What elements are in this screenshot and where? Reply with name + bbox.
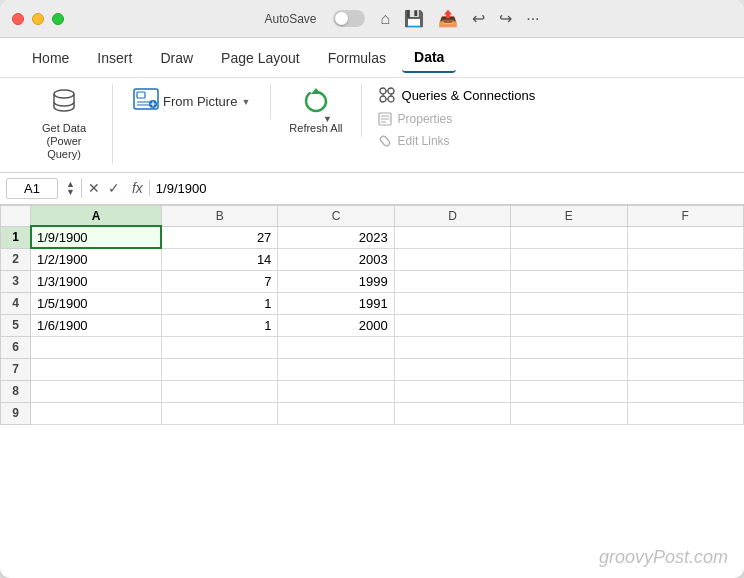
cell-E5[interactable] <box>511 314 627 336</box>
formula-controls: ✕ ✓ <box>88 180 120 196</box>
redo-icon[interactable]: ↪ <box>499 9 512 28</box>
cell-D4[interactable] <box>394 292 510 314</box>
cell-C1[interactable]: 2023 <box>278 226 394 248</box>
row-header-9[interactable]: 9 <box>1 402 31 424</box>
row-header-4[interactable]: 4 <box>1 292 31 314</box>
cell-D1[interactable] <box>394 226 510 248</box>
close-button[interactable] <box>12 13 24 25</box>
cell-C4[interactable]: 1991 <box>278 292 394 314</box>
cell-F9[interactable] <box>627 402 743 424</box>
row-header-5[interactable]: 5 <box>1 314 31 336</box>
menu-home[interactable]: Home <box>20 44 81 72</box>
cell-C7[interactable] <box>278 358 394 380</box>
excel-window: AutoSave ⌂ 💾 📤 ↩ ↪ ··· Home Insert Draw … <box>0 0 744 578</box>
cell-B8[interactable] <box>161 380 277 402</box>
cell-A1[interactable]: 1/9/1900 <box>31 226 162 248</box>
confirm-formula-icon[interactable]: ✓ <box>108 180 120 196</box>
col-header-c[interactable]: C <box>278 205 394 226</box>
col-header-d[interactable]: D <box>394 205 510 226</box>
cell-B5[interactable]: 1 <box>161 314 277 336</box>
cell-E6[interactable] <box>511 336 627 358</box>
cell-E9[interactable] <box>511 402 627 424</box>
cell-E1[interactable] <box>511 226 627 248</box>
cell-A7[interactable] <box>31 358 162 380</box>
cell-ref-arrows[interactable]: ▲▼ <box>66 180 75 196</box>
col-header-a[interactable]: A <box>31 205 162 226</box>
cell-D9[interactable] <box>394 402 510 424</box>
undo-icon[interactable]: ↩ <box>472 9 485 28</box>
home-icon[interactable]: ⌂ <box>381 10 391 28</box>
more-icon[interactable]: ··· <box>526 10 539 28</box>
row-header-6[interactable]: 6 <box>1 336 31 358</box>
cell-F2[interactable] <box>627 248 743 270</box>
from-picture-dropdown[interactable]: ▼ <box>241 97 250 107</box>
cell-C2[interactable]: 2003 <box>278 248 394 270</box>
refresh-all-button[interactable]: ▼ Refresh All <box>283 84 348 137</box>
cell-F1[interactable] <box>627 226 743 248</box>
cell-A5[interactable]: 1/6/1900 <box>31 314 162 336</box>
cell-D3[interactable] <box>394 270 510 292</box>
row-header-8[interactable]: 8 <box>1 380 31 402</box>
row-header-1[interactable]: 1 <box>1 226 31 248</box>
cell-A8[interactable] <box>31 380 162 402</box>
cell-E7[interactable] <box>511 358 627 380</box>
menu-insert[interactable]: Insert <box>85 44 144 72</box>
cell-D8[interactable] <box>394 380 510 402</box>
cell-E4[interactable] <box>511 292 627 314</box>
upload-icon[interactable]: 📤 <box>438 9 458 28</box>
cell-B3[interactable]: 7 <box>161 270 277 292</box>
cell-F3[interactable] <box>627 270 743 292</box>
autosave-toggle[interactable] <box>333 10 365 27</box>
col-header-b[interactable]: B <box>161 205 277 226</box>
menu-draw[interactable]: Draw <box>148 44 205 72</box>
cell-B7[interactable] <box>161 358 277 380</box>
cell-B2[interactable]: 14 <box>161 248 277 270</box>
cell-A9[interactable] <box>31 402 162 424</box>
cell-F5[interactable] <box>627 314 743 336</box>
cell-B4[interactable]: 1 <box>161 292 277 314</box>
cell-F8[interactable] <box>627 380 743 402</box>
cell-F6[interactable] <box>627 336 743 358</box>
edit-links-label: Edit Links <box>398 134 450 148</box>
cell-D2[interactable] <box>394 248 510 270</box>
col-header-f[interactable]: F <box>627 205 743 226</box>
row-header-2[interactable]: 2 <box>1 248 31 270</box>
cell-A3[interactable]: 1/3/1900 <box>31 270 162 292</box>
cell-C8[interactable] <box>278 380 394 402</box>
minimize-button[interactable] <box>32 13 44 25</box>
cell-reference-box[interactable]: A1 <box>6 178 58 199</box>
cell-D6[interactable] <box>394 336 510 358</box>
queries-connections-button[interactable]: Queries & Connections <box>374 84 540 106</box>
cell-C5[interactable]: 2000 <box>278 314 394 336</box>
cell-E2[interactable] <box>511 248 627 270</box>
menu-formulas[interactable]: Formulas <box>316 44 398 72</box>
col-header-e[interactable]: E <box>511 205 627 226</box>
from-picture-button[interactable]: From Picture ▼ <box>125 84 258 119</box>
get-data-button[interactable]: Get Data (Power Query) <box>28 84 100 164</box>
formula-content[interactable]: 1/9/1900 <box>156 181 738 196</box>
save-icon[interactable]: 💾 <box>404 9 424 28</box>
cell-A6[interactable] <box>31 336 162 358</box>
cell-C3[interactable]: 1999 <box>278 270 394 292</box>
cell-E3[interactable] <box>511 270 627 292</box>
menu-page-layout[interactable]: Page Layout <box>209 44 312 72</box>
cell-C9[interactable] <box>278 402 394 424</box>
row-header-3[interactable]: 3 <box>1 270 31 292</box>
cell-E8[interactable] <box>511 380 627 402</box>
cell-B9[interactable] <box>161 402 277 424</box>
from-picture-label: From Picture <box>163 94 237 109</box>
menu-data[interactable]: Data <box>402 43 456 73</box>
cell-F7[interactable] <box>627 358 743 380</box>
cell-D7[interactable] <box>394 358 510 380</box>
cell-F4[interactable] <box>627 292 743 314</box>
maximize-button[interactable] <box>52 13 64 25</box>
cell-C6[interactable] <box>278 336 394 358</box>
cancel-formula-icon[interactable]: ✕ <box>88 180 100 196</box>
row-header-7[interactable]: 7 <box>1 358 31 380</box>
cell-D5[interactable] <box>394 314 510 336</box>
cell-B6[interactable] <box>161 336 277 358</box>
refresh-dropdown-arrow[interactable]: ▼ <box>323 114 332 124</box>
cell-B1[interactable]: 27 <box>161 226 277 248</box>
cell-A2[interactable]: 1/2/1900 <box>31 248 162 270</box>
cell-A4[interactable]: 1/5/1900 <box>31 292 162 314</box>
